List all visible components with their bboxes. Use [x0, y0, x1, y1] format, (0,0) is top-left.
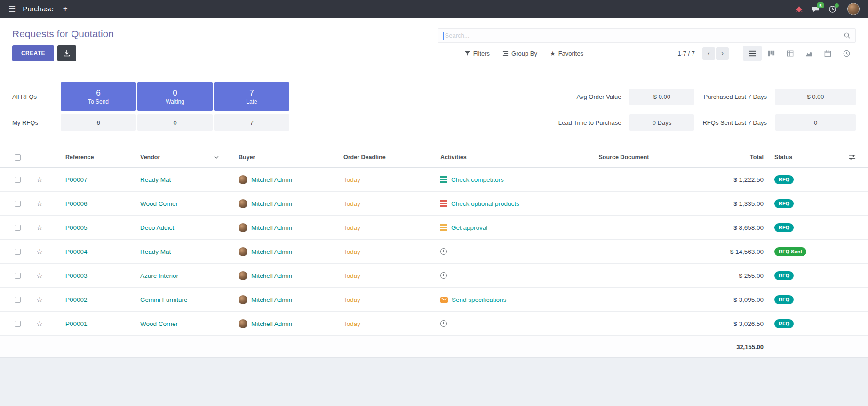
- total-value: $ 255.00: [739, 272, 764, 279]
- status-badge: RFQ: [774, 223, 794, 232]
- app-name[interactable]: Purchase: [23, 5, 53, 13]
- row-checkbox[interactable]: [15, 201, 21, 207]
- favorite-star-icon[interactable]: ☆: [36, 224, 43, 232]
- kpi-to-send-label: To Send: [88, 98, 109, 105]
- vendor-link[interactable]: Ready Mat: [140, 248, 171, 255]
- activity-clock-icon[interactable]: [440, 272, 447, 279]
- vendor-link[interactable]: Wood Corner: [140, 200, 178, 207]
- user-avatar[interactable]: [847, 3, 860, 15]
- table-row[interactable]: ☆ P00007 Ready Mat Mitchell Admin Today …: [0, 168, 868, 192]
- buyer-link[interactable]: Mitchell Admin: [251, 200, 292, 207]
- debug-bug-icon[interactable]: [796, 6, 803, 13]
- favorites-button[interactable]: ★ Favorites: [550, 50, 583, 57]
- row-checkbox[interactable]: [15, 273, 21, 279]
- row-checkbox[interactable]: [15, 321, 21, 327]
- column-header-activities[interactable]: Activities: [440, 147, 567, 167]
- table-row[interactable]: ☆ P00004 Ready Mat Mitchell Admin Today …: [0, 240, 868, 264]
- activity-link[interactable]: Check competitors: [451, 176, 504, 183]
- search-icon[interactable]: [844, 32, 851, 39]
- reference-link[interactable]: P00002: [65, 296, 88, 303]
- list-view-button[interactable]: [743, 46, 762, 61]
- apps-menu-icon[interactable]: ☰: [8, 4, 16, 14]
- activity-view-button[interactable]: [837, 46, 856, 61]
- rfqs-sent-last-7-days-value: 0: [775, 114, 856, 131]
- buyer-link[interactable]: Mitchell Admin: [251, 176, 292, 183]
- favorite-star-icon[interactable]: ☆: [36, 200, 43, 208]
- export-button[interactable]: [57, 45, 76, 61]
- reference-link[interactable]: P00001: [65, 320, 88, 327]
- activity-list-icon[interactable]: [440, 200, 447, 207]
- vendor-link[interactable]: Wood Corner: [140, 320, 178, 327]
- my-to-send-count[interactable]: 6: [61, 114, 136, 131]
- activity-link[interactable]: Send specifications: [452, 296, 506, 303]
- deadline-header-label: Order Deadline: [343, 154, 386, 161]
- reference-link[interactable]: P00007: [65, 176, 88, 183]
- table-row[interactable]: ☆ P00002 Gemini Furniture Mitchell Admin…: [0, 288, 868, 312]
- reference-link[interactable]: P00005: [65, 224, 88, 231]
- activities-clock-icon[interactable]: [828, 5, 836, 13]
- vendor-link[interactable]: Ready Mat: [140, 176, 171, 183]
- group-by-button[interactable]: Group By: [502, 50, 537, 57]
- favorite-star-icon[interactable]: ☆: [36, 248, 43, 256]
- column-header-source[interactable]: Source Document: [567, 147, 680, 167]
- favorite-star-icon[interactable]: ☆: [36, 296, 43, 304]
- column-header-status[interactable]: Status: [765, 147, 833, 167]
- row-checkbox[interactable]: [15, 249, 21, 255]
- kpi-waiting[interactable]: 0 Waiting: [137, 82, 213, 111]
- activity-clock-icon[interactable]: [440, 248, 447, 255]
- activity-envelope-icon[interactable]: [440, 297, 448, 303]
- buyer-link[interactable]: Mitchell Admin: [251, 320, 292, 327]
- favorite-star-icon[interactable]: ☆: [36, 176, 43, 184]
- pager-previous-button[interactable]: ‹: [702, 47, 715, 60]
- reference-link[interactable]: P00004: [65, 248, 88, 255]
- pager-next-button[interactable]: ›: [716, 47, 729, 60]
- activity-list-icon[interactable]: [440, 176, 447, 183]
- kpi-to-send[interactable]: 6 To Send: [61, 82, 136, 111]
- reference-link[interactable]: P00006: [65, 200, 88, 207]
- activity-clock-icon[interactable]: [440, 320, 447, 327]
- vendor-link[interactable]: Deco Addict: [140, 224, 174, 231]
- vendor-link[interactable]: Gemini Furniture: [140, 296, 188, 303]
- buyer-avatar: [239, 247, 247, 256]
- activity-link[interactable]: Check optional products: [451, 200, 519, 207]
- kanban-view-button[interactable]: [762, 46, 780, 61]
- column-header-reference[interactable]: Reference: [53, 147, 140, 167]
- messages-icon[interactable]: 5: [812, 6, 820, 13]
- reference-link[interactable]: P00003: [65, 272, 88, 279]
- row-checkbox[interactable]: [15, 177, 21, 183]
- column-header-total[interactable]: Total: [680, 147, 765, 167]
- select-all-checkbox[interactable]: [15, 154, 21, 161]
- search-input[interactable]: [445, 32, 844, 39]
- calendar-view-button[interactable]: [818, 46, 837, 61]
- table-row[interactable]: ☆ P00005 Deco Addict Mitchell Admin Toda…: [0, 216, 868, 240]
- plus-icon[interactable]: +: [63, 4, 68, 14]
- create-button[interactable]: CREATE: [12, 45, 54, 61]
- row-checkbox[interactable]: [15, 225, 21, 231]
- buyer-link[interactable]: Mitchell Admin: [251, 248, 292, 255]
- pivot-view-button[interactable]: [780, 46, 799, 61]
- kpi-late[interactable]: 7 Late: [214, 82, 289, 111]
- graph-view-button[interactable]: [799, 46, 818, 61]
- favorite-star-icon[interactable]: ☆: [36, 320, 43, 328]
- activity-link[interactable]: Get approval: [451, 224, 487, 231]
- buyer-link[interactable]: Mitchell Admin: [251, 224, 292, 231]
- column-header-buyer[interactable]: Buyer: [239, 147, 343, 167]
- avg-order-value-label: Avg Order Value: [558, 93, 621, 100]
- buyer-link[interactable]: Mitchell Admin: [251, 272, 292, 279]
- favorite-star-icon[interactable]: ☆: [36, 272, 43, 280]
- table-row[interactable]: ☆ P00003 Azure Interior Mitchell Admin T…: [0, 264, 868, 288]
- row-checkbox[interactable]: [15, 297, 21, 303]
- all-rfqs-label: All RFQs: [12, 82, 59, 111]
- column-header-deadline[interactable]: Order Deadline: [343, 147, 440, 167]
- search-box[interactable]: [438, 28, 856, 43]
- column-header-vendor[interactable]: Vendor: [140, 147, 239, 167]
- buyer-link[interactable]: Mitchell Admin: [251, 296, 292, 303]
- filters-button[interactable]: Filters: [464, 50, 490, 57]
- table-row[interactable]: ☆ P00001 Wood Corner Mitchell Admin Toda…: [0, 312, 868, 336]
- optional-columns-icon[interactable]: [849, 154, 856, 161]
- activity-list-icon[interactable]: [440, 224, 447, 231]
- my-late-count[interactable]: 7: [214, 114, 289, 131]
- vendor-link[interactable]: Azure Interior: [140, 272, 178, 279]
- table-row[interactable]: ☆ P00006 Wood Corner Mitchell Admin Toda…: [0, 192, 868, 216]
- my-waiting-count[interactable]: 0: [137, 114, 213, 131]
